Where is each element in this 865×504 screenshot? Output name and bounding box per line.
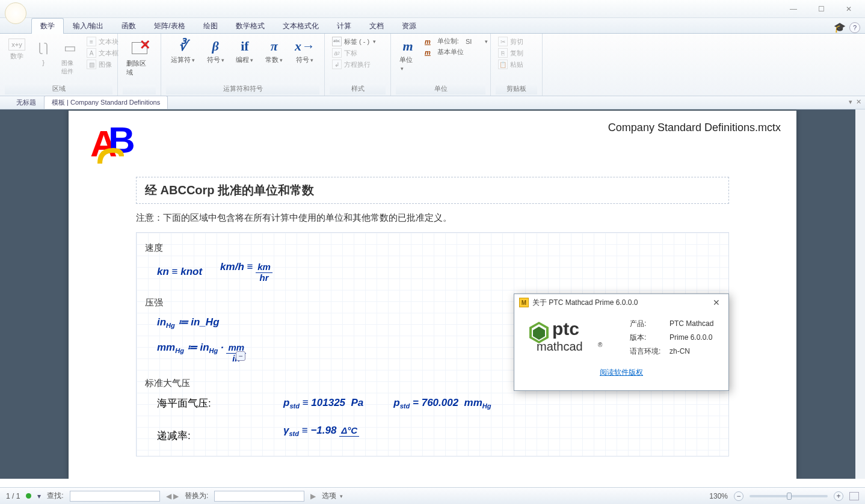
inhg-def: inHg ≔ in_Hg (157, 316, 220, 329)
zoom-out-button[interactable]: − (734, 491, 743, 501)
gamma-def: γstd ≡ −1.98 Δ°C (283, 425, 359, 446)
fullscreen-icon[interactable] (849, 492, 859, 500)
dialog-info: 产品:PTC Mathcad 版本:Prime 6.0.0.0 语言环境:zh-… (630, 317, 713, 359)
tab-dropdown-icon[interactable]: ▾ (849, 98, 852, 106)
note-text[interactable]: 注意：下面的区域中包含将在所有计算中使用的单位和其他常数的已批准定义。 (136, 212, 729, 224)
text-block-button[interactable]: ≡文本块 (84, 36, 121, 47)
tab-calc[interactable]: 计算 (328, 18, 360, 34)
zoom-slider[interactable] (750, 495, 828, 497)
base-unit-button[interactable]: m 基本单位 (422, 47, 490, 57)
document-tabs: 无标题 模板 | Company Standard Definitions ▾✕ (0, 96, 865, 109)
tab-close-icon[interactable]: ✕ (856, 98, 861, 106)
image-component-button[interactable]: ▭图像组件 (58, 36, 82, 78)
kn-def: kn ≡ knot (157, 266, 202, 278)
company-logo: AB (85, 120, 140, 168)
solve-block-button[interactable]: ⎩⎫} (31, 36, 55, 69)
group-label-empty1 (123, 85, 156, 94)
group-label-style: 样式 (330, 83, 386, 94)
app-menu-button[interactable] (5, 2, 26, 24)
group-label-region: 区域 (5, 83, 112, 94)
doctab-template[interactable]: 模板 | Company Standard Definitions (44, 96, 168, 109)
ribbon-tabs: 数学 输入/输出 函数 矩阵/表格 绘图 数学格式 文本格式化 计算 文档 资源 (0, 18, 865, 34)
math-region-button[interactable]: x+y数学 (5, 36, 29, 63)
license-link[interactable]: 阅读软件版权 (600, 368, 643, 376)
svg-text:mathcad: mathcad (537, 340, 583, 353)
find-label: 查找: (47, 491, 63, 501)
svg-text:®: ® (598, 342, 603, 348)
unit-system-button[interactable]: m 单位制: SI▾ (422, 36, 490, 46)
group-label-clip: 剪贴板 (496, 83, 537, 94)
pstd-mmhg: pstd = 760.002 mmHg (393, 397, 491, 410)
tab-math[interactable]: 数学 (31, 18, 64, 34)
cut-button[interactable]: ✂剪切 (496, 36, 526, 47)
image-button[interactable]: ▨图像 (84, 59, 121, 70)
delete-region-button[interactable]: ✕删除区域 (123, 36, 156, 79)
programming-button[interactable]: if编程▾ (232, 36, 257, 67)
graduate-icon[interactable]: 🎓 (834, 22, 846, 33)
doctab-untitled[interactable]: 无标题 (8, 96, 44, 109)
help-button[interactable]: ? (849, 22, 860, 33)
title-block[interactable]: 经 ABCCorp 批准的单位和常数 (136, 177, 729, 204)
maximize-button[interactable]: ☐ (807, 2, 835, 16)
find-input[interactable] (70, 491, 160, 502)
about-dialog: M 关于 PTC Mathcad Prime 6.0.0.0 ✕ ptc mat… (514, 293, 729, 391)
tag-button[interactable]: ᵃᵇᶜ标签 ( - )▾ (330, 36, 378, 47)
kmh-def: km/h ≡ kmhr (220, 261, 272, 283)
copy-button[interactable]: ⎘复制 (496, 48, 526, 58)
constant-button[interactable]: π常数▾ (262, 36, 286, 67)
vertical-scrollbar[interactable] (855, 109, 865, 479)
subscript-button[interactable]: a2下标 (330, 48, 378, 58)
symbol-button[interactable]: β符号▾ (203, 36, 228, 67)
operator-button[interactable]: ∛运算符▾ (167, 36, 199, 67)
page-indicator: 1 / 1 (6, 492, 20, 500)
pstd-pa: pstd ≡ 101325 Pa (283, 397, 363, 410)
tab-io[interactable]: 输入/输出 (64, 18, 112, 34)
options-button[interactable]: 选项 ▾ (322, 491, 342, 501)
mathcad-icon: M (519, 298, 529, 307)
lapse-label: 递减率: (157, 429, 253, 443)
tab-doc[interactable]: 文档 (360, 18, 393, 34)
symbol2-button[interactable]: x→符号▾ (291, 36, 318, 67)
tab-matrix[interactable]: 矩阵/表格 (145, 18, 194, 34)
zoom-value: 130% (709, 492, 728, 500)
ribbon: x+y数学 ⎩⎫} ▭图像组件 ≡文本块 A文本框 ▨图像 区域 ✕删除区域 ∛… (0, 34, 865, 96)
unit-button[interactable]: m单位▾ (396, 36, 420, 74)
tab-textformat[interactable]: 文本格式化 (274, 18, 328, 34)
status-bar: 1 / 1 ▾ 查找: ◀ ▶ 替换为: ▶ 选项 ▾ 130% − + (0, 487, 865, 504)
window-titlebar: — ☐ ✕ (0, 0, 865, 18)
sealevel-label: 海平面气压: (157, 396, 253, 410)
eq-wrap-button[interactable]: ↲方程换行 (330, 59, 378, 70)
replace-label: 替换为: (185, 491, 208, 501)
close-button[interactable]: ✕ (835, 2, 863, 16)
status-dot-icon (26, 493, 31, 499)
workspace: Company Standard Definitions.mctx AB 经 A… (0, 109, 865, 479)
group-label-ops: 运算符和符号 (166, 83, 319, 94)
tab-plot[interactable]: 绘图 (194, 18, 227, 34)
paste-button[interactable]: 📋粘贴 (496, 59, 526, 70)
svg-text:ptc: ptc (552, 319, 579, 339)
dialog-close-button[interactable]: ✕ (709, 297, 724, 309)
ptc-logo: ptc mathcad® (523, 317, 619, 359)
zoom-in-button[interactable]: + (834, 491, 843, 501)
tab-resource[interactable]: 资源 (393, 18, 425, 34)
filename-label: Company Standard Definitions.mctx (608, 121, 781, 134)
tab-mathformat[interactable]: 数学格式 (227, 18, 274, 34)
collapse-toggle[interactable]: − (236, 351, 245, 361)
dialog-title: 关于 PTC Mathcad Prime 6.0.0.0 (532, 298, 638, 308)
mmhg-def: mmHg ≔ inHg · mmin (157, 341, 246, 363)
tab-function[interactable]: 函数 (112, 18, 145, 34)
replace-input[interactable] (214, 491, 304, 502)
group-label-unit: 单位 (396, 83, 485, 94)
text-box-button[interactable]: A文本框 (84, 48, 121, 58)
minimize-button[interactable]: — (780, 2, 807, 16)
speed-heading: 速度 (145, 242, 720, 254)
